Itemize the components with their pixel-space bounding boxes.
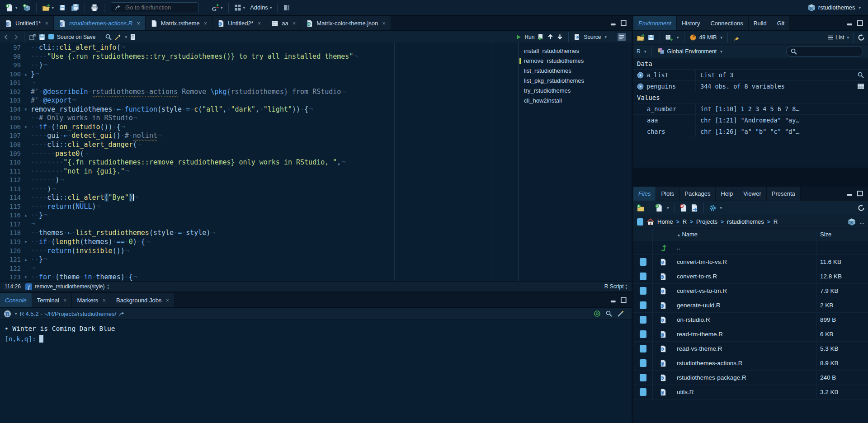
environment-object-row[interactable]: penguins344 obs. of 8 variables [633, 81, 868, 92]
back-icon[interactable] [3, 33, 10, 41]
r-project-cube-icon[interactable]: R [848, 218, 856, 226]
inspect-object-icon[interactable] [857, 71, 868, 79]
save-icon[interactable] [38, 33, 46, 41]
maximize-icon[interactable] [857, 20, 863, 27]
file-checkbox[interactable] [640, 316, 646, 324]
new-blank-file-icon[interactable] [655, 204, 663, 212]
compile-report-icon[interactable] [129, 33, 137, 41]
new-folder-icon[interactable] [637, 204, 645, 212]
file-name[interactable]: convert-tm-to-vs.R [674, 258, 816, 265]
fold-marker-icon[interactable]: ▼ [21, 123, 31, 132]
scope-selector[interactable]: f remove_rstudiothemes(style) ▴▾ [25, 283, 109, 290]
outline-item[interactable]: install_rstudiothemes [519, 46, 632, 56]
find-icon[interactable] [105, 33, 112, 41]
forward-icon[interactable] [12, 33, 19, 41]
minimize-icon[interactable] [610, 20, 617, 27]
working-directory[interactable]: ~/R/Projects/rstudiothemes/ [44, 310, 116, 317]
tab-build[interactable]: Build [749, 16, 772, 30]
run-above-icon[interactable] [547, 33, 554, 40]
code-line[interactable]: 106▼··if·(!on_rstudio())·{¬ [0, 123, 518, 132]
fold-marker-icon[interactable]: ▼ [21, 105, 31, 114]
code-line[interactable]: 122¬ [0, 264, 518, 273]
home-icon[interactable] [646, 218, 654, 226]
code-line[interactable]: 123▼··for·(theme·in·themes)·{¬ [0, 273, 518, 281]
file-name[interactable]: convert-vs-to-tm.R [674, 287, 816, 294]
rerun-icon[interactable] [537, 33, 544, 41]
code-tools-icon[interactable] [114, 33, 122, 41]
breadcrumb-item[interactable]: R [683, 218, 687, 225]
source-tab[interactable]: Rrstudiothemes-actions.R× [54, 16, 146, 30]
file-row[interactable]: Rread-tm-theme.R6 KB [633, 327, 868, 342]
code-line[interactable]: 108····cli::cli_alert_danger(¬ [0, 141, 518, 150]
maximize-icon[interactable] [620, 297, 627, 304]
close-icon[interactable]: × [137, 20, 140, 27]
panes-layout-button[interactable]: ▾ [232, 3, 247, 13]
file-name[interactable]: rstudiothemes-actions.R [674, 360, 816, 367]
code-line[interactable]: 114····cli::cli_alert("Bye")¬ [0, 193, 518, 202]
source-tab[interactable]: aa× [266, 16, 301, 30]
file-checkbox[interactable] [640, 301, 646, 309]
minimize-icon[interactable] [846, 20, 853, 27]
run-label[interactable]: Run [524, 34, 534, 40]
code-line[interactable]: 109······paste0(¬ [0, 150, 518, 159]
file-name[interactable]: rstudiothemes-package.R [674, 374, 816, 381]
tab-git[interactable]: Git [772, 16, 790, 30]
search-console-icon[interactable] [605, 310, 613, 317]
code-line[interactable]: 118··themes·←·list_rstudiothemes(style·=… [0, 229, 518, 238]
close-icon[interactable]: × [45, 20, 48, 27]
select-all-checkbox[interactable] [637, 218, 643, 226]
open-file-button[interactable]: ▾ [40, 2, 56, 13]
fold-marker-icon[interactable]: ▲ [21, 70, 31, 79]
close-icon[interactable]: × [292, 20, 296, 27]
close-icon[interactable]: × [382, 20, 386, 27]
file-checkbox[interactable] [640, 287, 646, 295]
source-tab[interactable]: RUntitled1*× [0, 16, 54, 30]
file-checkbox[interactable] [640, 388, 646, 396]
code-editor[interactable]: 97··cli::cli_alert_info(¬98····"Use {.ru… [0, 42, 632, 281]
source-tab[interactable]: JSMatrix-color-theme.json× [301, 16, 391, 30]
delete-file-icon[interactable] [679, 204, 688, 212]
save-button[interactable] [57, 3, 68, 13]
minimize-icon[interactable] [610, 297, 617, 304]
code-line[interactable]: 116▲··}¬ [0, 211, 518, 220]
code-line[interactable]: 101¬ [0, 79, 518, 88]
breadcrumb-item[interactable]: Home [657, 218, 673, 225]
file-row[interactable]: Rrstudiothemes-actions.R8.9 KB [633, 356, 868, 371]
tab-environment[interactable]: Environment [633, 16, 677, 30]
breadcrumb-item[interactable]: rstudiothemes [727, 218, 764, 225]
file-checkbox[interactable] [640, 273, 646, 280]
file-checkbox[interactable] [640, 374, 646, 381]
fold-marker-icon[interactable]: ▲ [21, 255, 31, 264]
close-icon[interactable]: × [63, 297, 67, 304]
console-tab-background-jobs[interactable]: Background Jobs× [111, 293, 175, 307]
parent-directory-row[interactable]: .. [633, 240, 868, 255]
workspace-panes-button[interactable] [281, 3, 292, 13]
outline-item[interactable]: list_rstudiothemes [519, 66, 632, 76]
file-name[interactable]: read-vs-theme.R [674, 345, 816, 352]
gear-icon[interactable] [709, 204, 717, 212]
file-row[interactable]: Rrstudiothemes-package.R240 B [633, 371, 868, 385]
print-button[interactable] [89, 2, 100, 13]
tab-plots[interactable]: Plots [656, 187, 679, 201]
outline-item[interactable]: remove_rstudiothemes [519, 56, 632, 66]
file-name[interactable]: utils.R [674, 389, 816, 395]
environment-object-row[interactable]: aaachr [1:21] "Andromeda" "ay… [633, 115, 868, 126]
close-icon[interactable]: × [165, 297, 169, 304]
environment-object-row[interactable]: a_numberint [1:10] 1 2 3 4 5 6 7 8… [633, 103, 868, 115]
console-tab-console[interactable]: Console [0, 293, 32, 307]
file-name[interactable]: generate-uuid.R [674, 302, 816, 309]
fold-marker-icon[interactable]: ▼ [21, 238, 31, 247]
environment-search-box[interactable] [786, 47, 863, 56]
code-line[interactable]: 98····"Use {.run rstudiothemes::try_rstu… [0, 52, 518, 61]
code-line[interactable]: 112······)¬ [0, 176, 518, 185]
file-checkbox[interactable] [640, 330, 646, 338]
save-all-button[interactable] [69, 2, 81, 13]
file-row[interactable]: Ron-rstudio.R899 B [633, 313, 868, 327]
more-button[interactable]: ... [859, 218, 864, 225]
project-menu[interactable]: R rstudiothemes ▾ [807, 4, 864, 12]
outline-item[interactable]: cli_how2install [519, 96, 632, 106]
code-line[interactable]: 99··)¬ [0, 61, 518, 70]
close-icon[interactable]: × [204, 20, 208, 27]
code-line[interactable]: 103#'·@export¬ [0, 96, 518, 105]
console-tab-terminal[interactable]: Terminal× [32, 293, 72, 307]
